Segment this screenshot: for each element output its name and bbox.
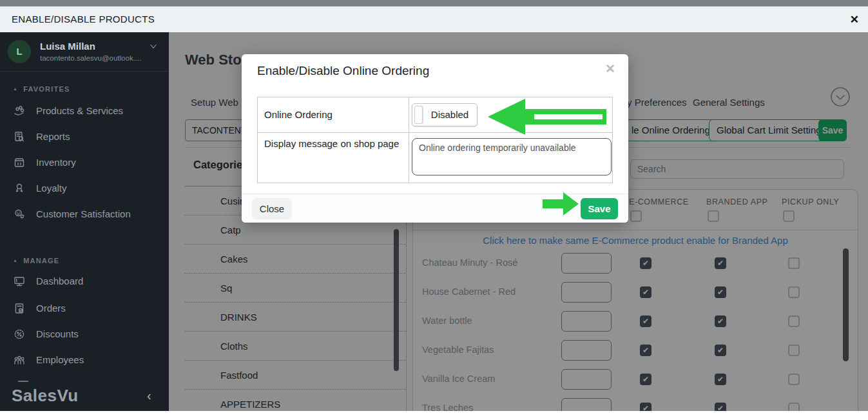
inventory-icon [13, 156, 26, 172]
avatar[interactable]: L [8, 40, 31, 63]
enable-disable-online-ordering-modal: Enable/Disable Online Ordering ✕ Online … [242, 54, 628, 223]
window-title: ENABLE/DISABLE PRODUCTS [12, 14, 155, 25]
toggle-knob [414, 106, 423, 124]
dashboard-icon [13, 275, 26, 290]
sidebar: L Luisa Millan tacontento.salesvu@outloo… [0, 32, 169, 411]
modal-close-button[interactable]: Close [252, 198, 292, 219]
annotation-arrow-right-icon [543, 191, 580, 219]
toggle-state-label: Disabled [425, 104, 474, 126]
salesvu-logo: SalesVu [12, 386, 79, 406]
modal-footer: Close Save [242, 194, 628, 223]
sidebar-item-orders[interactable]: Orders [0, 302, 169, 325]
sidebar-logo-divider [18, 381, 28, 382]
sidebar-item-dashboard[interactable]: Dashboard [0, 275, 169, 298]
products-services-icon [13, 105, 26, 120]
sidebar-item-customer-satisfaction[interactable]: Customer Satisfaction [0, 208, 169, 231]
window-titlebar: ENABLE/DISABLE PRODUCTS ✕ [0, 6, 868, 32]
bottom-strip [0, 411, 868, 420]
annotation-arrow-left-icon [485, 96, 609, 140]
sidebar-collapse-icon[interactable]: ‹ [147, 388, 151, 403]
sidebar-item-products-services[interactable]: Products & Services [0, 105, 169, 128]
window-close-icon[interactable]: ✕ [850, 13, 859, 26]
sidebar-divider [0, 71, 169, 72]
sidebar-section-manage[interactable]: ▲MANAGE [13, 257, 59, 265]
shop-message-textarea[interactable]: Online ordering temporarily unavailable [412, 138, 612, 175]
online-ordering-label: Online Ordering [258, 97, 409, 132]
orders-icon [13, 302, 26, 317]
modal-title: Enable/Disable Online Ordering [257, 64, 429, 78]
discounts-icon [13, 328, 26, 343]
sidebar-section-favorites[interactable]: ▲FAVORITES [13, 85, 70, 93]
employees-icon [13, 354, 26, 369]
loyalty-icon [13, 182, 26, 197]
user-menu-chevron-icon[interactable] [148, 41, 159, 54]
sidebar-item-employees[interactable]: Employees [0, 354, 169, 377]
user-name: Luisa Millan [40, 41, 95, 52]
user-email: tacontento.salesvu@outlook.... [40, 54, 141, 62]
sidebar-item-discounts[interactable]: Discounts [0, 328, 169, 351]
sidebar-item-inventory[interactable]: Inventory [0, 156, 169, 179]
sidebar-item-reports[interactable]: Reports [0, 130, 169, 154]
sidebar-item-loyalty[interactable]: Loyalty [0, 182, 169, 205]
collapse-triangle-icon: ▲ [13, 86, 18, 91]
reports-icon [13, 130, 26, 146]
online-ordering-toggle[interactable]: Disabled [412, 103, 477, 126]
collapse-triangle-icon: ▲ [13, 258, 18, 263]
modal-save-button[interactable]: Save [581, 198, 618, 219]
shop-message-label: Display message on shop page [258, 133, 409, 183]
modal-close-icon[interactable]: ✕ [605, 61, 615, 76]
customer-satisfaction-icon [13, 208, 26, 223]
